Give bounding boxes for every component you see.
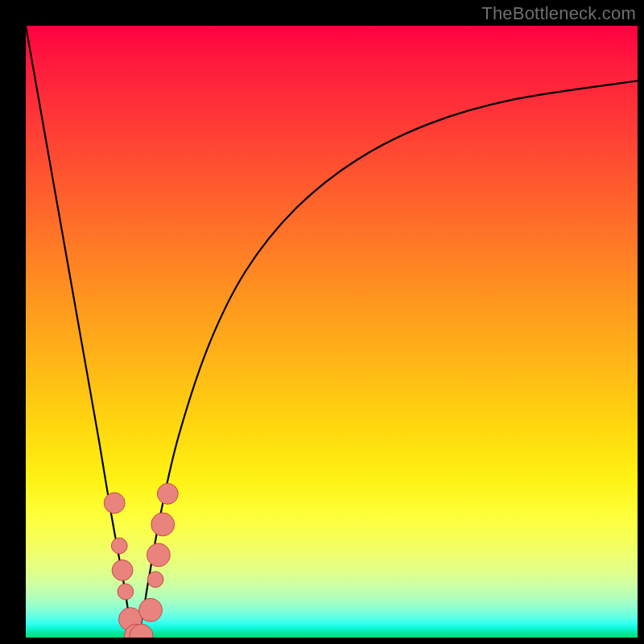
chart-frame: TheBottleneck.com — [0, 0, 644, 644]
data-marker — [104, 493, 125, 514]
curve-layer — [26, 26, 638, 638]
data-marker — [147, 572, 163, 588]
data-marker — [151, 513, 175, 536]
data-marker — [118, 584, 134, 600]
data-marker — [112, 559, 133, 580]
data-marker — [111, 538, 127, 554]
data-markers — [104, 483, 178, 638]
data-marker — [157, 483, 178, 504]
data-marker — [147, 543, 170, 567]
plot-area — [26, 26, 638, 638]
watermark-text: TheBottleneck.com — [481, 3, 636, 24]
data-marker — [139, 598, 163, 621]
